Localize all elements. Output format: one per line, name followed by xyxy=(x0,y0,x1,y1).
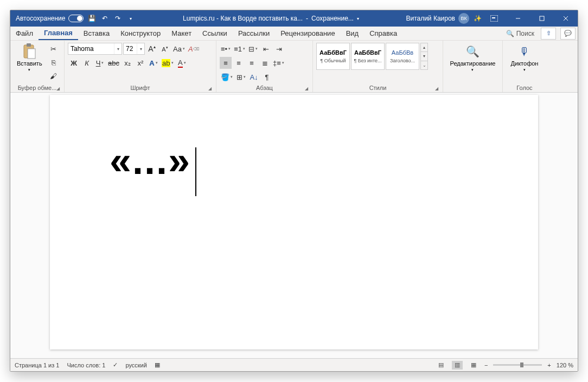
save-state: Сохранение... xyxy=(311,15,354,22)
user-account[interactable]: Виталий Каиров ВК xyxy=(406,13,472,24)
group-styles: АаБбВвГ ¶ Обычный АаБбВвГ ¶ Без инте... … xyxy=(313,41,443,92)
bold-button[interactable]: Ж xyxy=(68,57,80,69)
justify-button[interactable]: ≣ xyxy=(259,57,271,69)
font-color-button[interactable]: A xyxy=(176,57,188,69)
sort-button[interactable]: A↓ xyxy=(248,71,260,83)
dictate-button[interactable]: 🎙 Диктофон ▾ xyxy=(508,43,542,73)
qat-customize-icon[interactable]: ▾ xyxy=(126,14,136,23)
maximize-button[interactable] xyxy=(530,10,554,27)
bullets-button[interactable]: ≡• xyxy=(220,43,232,55)
tab-view[interactable]: Вид xyxy=(341,27,365,40)
line-spacing-button[interactable]: ‡≡ xyxy=(272,57,285,69)
editing-button[interactable]: 🔍 Редактирование ▾ xyxy=(447,43,499,73)
redo-icon[interactable]: ↷ xyxy=(113,14,123,23)
svg-rect-3 xyxy=(540,16,544,21)
numbering-button[interactable]: ≡1 xyxy=(233,43,246,55)
format-painter-button[interactable]: 🖌 xyxy=(48,70,60,82)
text-effects-button[interactable]: A xyxy=(148,57,159,69)
comment-icon: 💬 xyxy=(564,30,572,37)
font-size-input[interactable] xyxy=(124,43,137,54)
highlight-button[interactable]: ab xyxy=(161,57,175,69)
scissors-icon: ✂ xyxy=(50,45,56,53)
avatar: ВК xyxy=(458,13,469,24)
coming-soon-icon[interactable]: ✨ xyxy=(472,14,482,23)
ribbon-display-icon[interactable] xyxy=(482,10,506,27)
tab-layout[interactable]: Макет xyxy=(166,27,197,40)
minimize-button[interactable] xyxy=(506,10,530,27)
close-button[interactable] xyxy=(554,10,578,27)
align-left-button[interactable]: ≡ xyxy=(220,57,232,69)
multilevel-button[interactable]: ⊟ xyxy=(247,43,259,55)
word-count[interactable]: Число слов: 1 xyxy=(67,362,105,368)
paste-button[interactable]: Вставить ▾ xyxy=(14,43,46,73)
decrease-indent-button[interactable]: ⇤ xyxy=(260,43,272,55)
print-layout-button[interactable]: ▥ xyxy=(452,361,463,370)
document-area[interactable]: «...» xyxy=(10,93,578,358)
proofing-icon[interactable]: ✓ xyxy=(113,361,118,368)
dialog-launcher-icon[interactable]: ◢ xyxy=(56,86,60,91)
macro-icon[interactable]: ▦ xyxy=(155,361,160,368)
style-up-icon[interactable]: ▴ xyxy=(421,43,427,52)
zoom-in-button[interactable]: + xyxy=(547,362,551,368)
page-indicator[interactable]: Страница 1 из 1 xyxy=(15,362,59,368)
style-down-icon[interactable]: ▾ xyxy=(421,52,427,61)
style-normal[interactable]: АаБбВвГ ¶ Обычный xyxy=(316,43,350,70)
share-button[interactable]: ⇧ xyxy=(541,28,556,40)
style-no-spacing[interactable]: АаБбВвГ ¶ Без инте... xyxy=(351,43,385,70)
dialog-launcher-icon[interactable]: ◢ xyxy=(208,86,212,91)
align-right-button[interactable]: ≡ xyxy=(246,57,258,69)
borders-button[interactable]: ⊞ xyxy=(235,71,247,83)
clear-format-button[interactable]: A⌫ xyxy=(187,43,200,55)
superscript-button[interactable]: x² xyxy=(135,57,146,69)
document-text[interactable]: «...» xyxy=(110,138,191,183)
style-heading1[interactable]: АаБбВв Заголово... xyxy=(386,43,419,70)
tab-help[interactable]: Справка xyxy=(364,27,402,40)
zoom-level[interactable]: 120 % xyxy=(557,362,573,368)
page[interactable]: «...» xyxy=(50,95,538,349)
web-layout-button[interactable]: ▦ xyxy=(468,361,479,370)
dialog-launcher-icon[interactable]: ◢ xyxy=(435,86,438,91)
justify-icon: ≣ xyxy=(262,59,268,67)
zoom-out-button[interactable]: − xyxy=(484,362,488,368)
read-mode-button[interactable]: ▤ xyxy=(436,361,446,370)
change-case-button[interactable]: Aa xyxy=(172,43,186,55)
show-marks-button[interactable]: ¶ xyxy=(261,71,273,83)
shading-button[interactable]: 🪣 xyxy=(220,71,234,83)
tab-review[interactable]: Рецензирование xyxy=(275,27,340,40)
font-name-combo[interactable]: ▾ xyxy=(68,43,122,55)
tab-home[interactable]: Главная xyxy=(39,27,78,40)
align-center-button[interactable]: ≡ xyxy=(233,57,245,69)
tab-file[interactable]: Файл xyxy=(10,27,39,40)
font-name-input[interactable] xyxy=(68,43,114,54)
svg-rect-7 xyxy=(27,43,31,47)
style-more-icon[interactable]: ⌄ xyxy=(421,61,427,69)
copy-icon: ⎘ xyxy=(52,59,56,67)
underline-button[interactable]: Ч xyxy=(94,57,106,69)
font-size-combo[interactable]: ▾ xyxy=(123,43,145,55)
style-gallery-nav[interactable]: ▴ ▾ ⌄ xyxy=(420,43,428,70)
clipboard-group-label: Буфер обме... xyxy=(18,85,57,91)
increase-indent-button[interactable]: ⇥ xyxy=(273,43,285,55)
tab-design[interactable]: Конструктор xyxy=(115,27,166,40)
undo-icon[interactable]: ↶ xyxy=(100,14,110,23)
save-icon[interactable]: 💾 xyxy=(87,14,97,23)
search-box[interactable]: 🔍 Поиск xyxy=(502,30,539,37)
grow-font-button[interactable]: A▴ xyxy=(146,43,158,55)
strikethrough-button[interactable]: abc xyxy=(107,57,120,69)
copy-button[interactable]: ⎘ xyxy=(48,56,60,68)
tab-insert[interactable]: Вставка xyxy=(78,27,115,40)
zoom-slider[interactable] xyxy=(493,364,542,366)
comments-button[interactable]: 💬 xyxy=(560,28,576,40)
italic-button[interactable]: К xyxy=(81,57,93,69)
shrink-font-button[interactable]: A▾ xyxy=(159,43,171,55)
sort-icon: A↓ xyxy=(250,73,258,81)
share-icon: ⇧ xyxy=(546,30,551,37)
dialog-launcher-icon[interactable]: ◢ xyxy=(305,86,308,91)
web-icon: ▦ xyxy=(471,361,476,368)
autosave-toggle[interactable] xyxy=(68,15,84,22)
tab-references[interactable]: Ссылки xyxy=(197,27,233,40)
subscript-button[interactable]: x₂ xyxy=(122,57,133,69)
tab-mailings[interactable]: Рассылки xyxy=(233,27,275,40)
cut-button[interactable]: ✂ xyxy=(48,43,60,55)
language-indicator[interactable]: русский xyxy=(125,362,146,368)
